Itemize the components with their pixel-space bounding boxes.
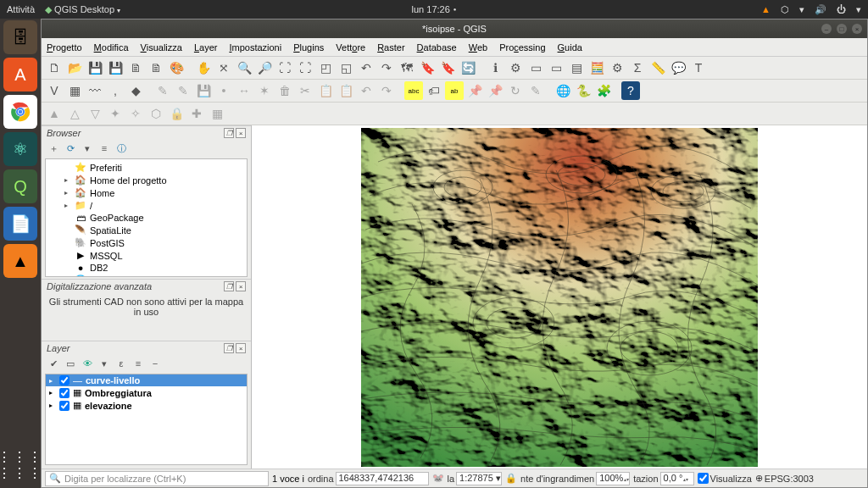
render-checkbox[interactable] xyxy=(698,473,709,484)
menu-progetto[interactable]: Progetto xyxy=(47,42,82,53)
dropbox-tray-icon[interactable]: ⬡ xyxy=(781,4,789,15)
plugin-globe-button[interactable]: 🌐 xyxy=(554,81,572,100)
layer-visibility-checkbox[interactable] xyxy=(59,401,70,411)
cad-t8[interactable]: ✚ xyxy=(187,104,206,123)
scale-input[interactable]: 1:27875 ▾ xyxy=(456,472,502,485)
layer-row[interactable]: ▸—curve-livello xyxy=(46,374,247,386)
save-layer-button[interactable]: 💾 xyxy=(194,81,213,100)
vlc-tray-icon[interactable]: ▲ xyxy=(761,4,771,14)
paste-features-button[interactable]: 📋 xyxy=(337,81,355,100)
launcher-apps-grid[interactable]: ⋮⋮⋮⋮⋮⋮ xyxy=(0,449,43,481)
cad-t9[interactable]: ▦ xyxy=(208,104,226,123)
browser-item[interactable]: 🪶SpatiaLite xyxy=(46,224,247,236)
layers-tree[interactable]: ▸—curve-livello▸▦Ombreggiatura▸▦elevazio… xyxy=(45,374,248,465)
browser-filter-button[interactable]: ▾ xyxy=(81,141,94,155)
zoom-next-button[interactable]: ↷ xyxy=(377,58,396,77)
layers-remove-button[interactable]: − xyxy=(148,357,162,370)
layer-visibility-checkbox[interactable] xyxy=(59,388,70,398)
layers-style-button[interactable]: ✔ xyxy=(47,357,60,370)
annotation-button[interactable]: T xyxy=(689,58,708,77)
label-tool-4[interactable]: 📌 xyxy=(465,81,484,100)
layers-filter-button[interactable]: ▾ xyxy=(97,357,111,370)
layers-undock-button[interactable]: ❐ xyxy=(224,343,234,353)
menu-guida[interactable]: Guida xyxy=(558,42,582,53)
add-feature-button[interactable]: • xyxy=(214,81,233,100)
launcher-writer[interactable]: 📄 xyxy=(3,207,37,241)
zoom-last-button[interactable]: ↶ xyxy=(357,58,376,77)
cad-panel-title[interactable]: Digitalizzazione avanzata ❐× xyxy=(42,279,251,293)
layers-expression-button[interactable]: ε xyxy=(114,357,128,370)
menu-layer[interactable]: Layer xyxy=(194,42,218,53)
label-tool-6[interactable]: ↻ xyxy=(506,81,525,100)
coord-input[interactable]: 1648337,4742136 xyxy=(336,472,429,485)
browser-item[interactable]: ▸🏠Home del progetto xyxy=(46,174,247,186)
add-raster-button[interactable]: ▦ xyxy=(65,81,84,100)
browser-item[interactable]: ▶MSSQL xyxy=(46,249,247,262)
power-icon[interactable]: ⏻ xyxy=(837,4,846,14)
browser-undock-button[interactable]: ❐ xyxy=(224,128,234,138)
network-icon[interactable]: ▾ xyxy=(799,4,804,15)
menu-plugins[interactable]: Plugins xyxy=(293,42,324,53)
app-menu[interactable]: ◆ QGIS Desktop xyxy=(45,4,120,15)
pan-to-selection-button[interactable]: ⤧ xyxy=(214,58,233,77)
cad-t5[interactable]: ✧ xyxy=(126,104,145,123)
layers-close-button[interactable]: × xyxy=(236,343,246,353)
browser-add-button[interactable]: ＋ xyxy=(47,141,60,155)
redo-button[interactable]: ↷ xyxy=(377,81,396,100)
browser-close-button[interactable]: × xyxy=(236,128,246,138)
menu-vettore[interactable]: Vettore xyxy=(336,42,365,53)
zoom-out-button[interactable]: 🔎 xyxy=(255,58,274,77)
menu-modifica[interactable]: Modifica xyxy=(94,42,129,53)
python-console-button[interactable]: 🐍 xyxy=(574,81,593,100)
label-tool-7[interactable]: ✎ xyxy=(526,81,545,100)
browser-item[interactable]: ●DB2 xyxy=(46,262,247,274)
delete-selected-button[interactable]: 🗑 xyxy=(275,81,294,100)
new-project-button[interactable]: 🗋 xyxy=(45,58,64,77)
cad-t4[interactable]: ✦ xyxy=(106,104,125,123)
zoom-native-button[interactable]: ⛶ xyxy=(275,58,294,77)
browser-item[interactable]: 🗃GeoPackage xyxy=(46,212,247,224)
layout-manager-button[interactable]: 🗎 xyxy=(147,58,165,77)
add-delimited-button[interactable]: , xyxy=(106,81,125,100)
clock[interactable]: lun 17:26 xyxy=(412,4,450,14)
refresh-button[interactable]: 🔄 xyxy=(459,58,477,77)
new-map-view-button[interactable]: 🗺 xyxy=(398,58,416,77)
browser-properties-button[interactable]: ⓘ xyxy=(114,141,128,155)
node-tool-button[interactable]: ✶ xyxy=(255,81,274,100)
lock-icon[interactable]: 🔒 xyxy=(505,473,517,484)
save-edits-button[interactable]: ✎ xyxy=(174,81,192,100)
launcher-vlc[interactable]: ▲ xyxy=(3,244,37,278)
cad-t2[interactable]: △ xyxy=(65,104,84,123)
browser-tree[interactable]: ⭐Preferiti▸🏠Home del progetto▸🏠Home▸📁/🗃G… xyxy=(45,158,248,277)
zoom-selection-button[interactable]: ◰ xyxy=(316,58,335,77)
cut-features-button[interactable]: ✂ xyxy=(296,81,314,100)
cad-close-button[interactable]: × xyxy=(236,281,246,291)
window-titlebar[interactable]: *isoipse - QGIS – □ × xyxy=(42,19,867,38)
help-button[interactable]: ? xyxy=(621,81,640,100)
layer-row[interactable]: ▸▦Ombreggiatura xyxy=(46,386,247,399)
browser-item[interactable]: ▸🏠Home xyxy=(46,186,247,199)
measure-button[interactable]: 📏 xyxy=(648,58,667,77)
launcher-chrome[interactable] xyxy=(3,95,37,129)
layers-add-group-button[interactable]: ▭ xyxy=(64,357,77,370)
cad-t7[interactable]: 🔒 xyxy=(167,104,186,123)
close-button[interactable]: × xyxy=(852,24,862,34)
new-bookmark-button[interactable]: 🔖 xyxy=(418,58,437,77)
label-abc-button[interactable]: abc xyxy=(404,81,423,100)
deselect-button[interactable]: ▭ xyxy=(547,58,565,77)
copy-features-button[interactable]: 📋 xyxy=(316,81,335,100)
layer-row[interactable]: ▸▦elevazione xyxy=(46,399,247,412)
activities-button[interactable]: Attività xyxy=(7,4,35,14)
plugin-manager-button[interactable]: 🧩 xyxy=(594,81,613,100)
launcher-atom[interactable]: ⚛ xyxy=(3,132,37,166)
add-mesh-button[interactable]: 〰 xyxy=(86,81,104,100)
add-virtual-button[interactable]: ◆ xyxy=(126,81,145,100)
menu-visualizza[interactable]: Visualizza xyxy=(141,42,182,53)
menu-database[interactable]: Database xyxy=(417,42,457,53)
cad-undock-button[interactable]: ❐ xyxy=(224,281,234,291)
label-tool-5[interactable]: 📌 xyxy=(486,81,504,100)
save-as-button[interactable]: 💾 xyxy=(106,58,125,77)
map-canvas-area[interactable] xyxy=(252,125,867,469)
field-calculator-button[interactable]: 🧮 xyxy=(587,58,606,77)
attribute-table-button[interactable]: ▤ xyxy=(567,58,586,77)
